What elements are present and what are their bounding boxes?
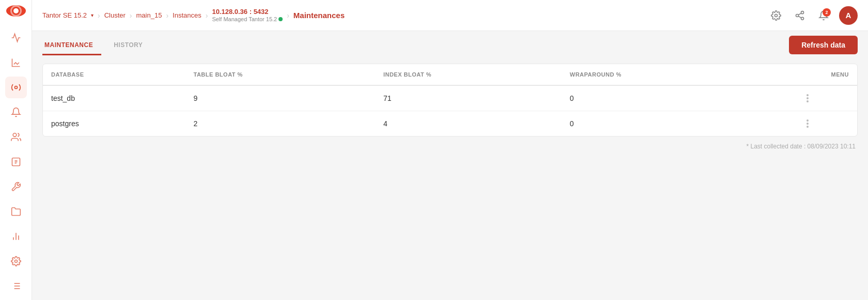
sidebar-item-alerts[interactable] (5, 101, 27, 123)
notifications-badge: 2 (823, 8, 831, 17)
header-actions: 2 A (768, 6, 858, 25)
sidebar-item-maintenance[interactable] (5, 77, 27, 98)
table-row: postgres 2 4 0 (43, 111, 857, 137)
main-content: Tantor SE 15.2 › Cluster › main_15 › Ins… (32, 0, 868, 300)
svg-point-6 (14, 260, 17, 263)
breadcrumb-main15[interactable]: main_15 (136, 11, 162, 19)
sidebar-item-tools[interactable] (5, 176, 27, 198)
breadcrumb-instance-block: 10.128.0.36 : 5432 Self Managed Tantor 1… (212, 8, 283, 23)
sidebar-item-settings[interactable] (5, 250, 27, 272)
cell-table-bloat-0: 9 (185, 85, 375, 111)
col-table-bloat: TABLE BLOAT % (185, 64, 375, 85)
svg-point-1 (13, 133, 17, 137)
header: Tantor SE 15.2 › Cluster › main_15 › Ins… (32, 0, 868, 31)
notifications-button[interactable]: 2 (815, 7, 832, 24)
breadcrumb-instance-name[interactable]: 10.128.0.36 : 5432 (212, 8, 283, 16)
svg-point-13 (775, 14, 778, 17)
cell-menu-1 (758, 111, 857, 137)
breadcrumb: Tantor SE 15.2 › Cluster › main_15 › Ins… (42, 8, 345, 23)
cell-menu-0 (758, 85, 857, 111)
breadcrumb-sep-3: › (166, 11, 168, 20)
refresh-data-button[interactable]: Refresh data (789, 36, 858, 54)
svg-line-18 (798, 13, 801, 14)
sidebar-item-activity[interactable] (5, 27, 27, 49)
tabs: MAINTENANCE HISTORY (42, 34, 161, 55)
cell-table-bloat-1: 2 (185, 111, 375, 137)
col-wraparound: WRAPAROUND % (562, 64, 758, 85)
footer-last-collected: * Last collected date : 08/09/2023 10:11 (42, 143, 858, 150)
logo-button[interactable] (6, 5, 26, 17)
sidebar-item-users[interactable] (5, 126, 27, 148)
maintenance-table: DATABASE TABLE BLOAT % INDEX BLOAT % WRA… (42, 64, 858, 137)
svg-point-16 (801, 17, 804, 20)
status-dot (278, 17, 283, 21)
cell-wraparound-0: 0 (562, 85, 758, 111)
sidebar-item-chart[interactable] (5, 226, 27, 247)
row-menu-button-1[interactable] (766, 119, 849, 128)
svg-point-15 (796, 14, 799, 17)
settings-button[interactable] (768, 7, 784, 24)
cell-wraparound-1: 0 (562, 111, 758, 137)
col-index-bloat: INDEX BLOAT % (375, 64, 562, 85)
tabs-bar: MAINTENANCE HISTORY Refresh data (42, 31, 858, 55)
svg-point-14 (801, 11, 804, 13)
breadcrumb-cluster[interactable]: Cluster (104, 11, 126, 19)
row-menu-button-0[interactable] (766, 94, 849, 102)
table-header-row: DATABASE TABLE BLOAT % INDEX BLOAT % WRA… (43, 64, 857, 85)
cell-index-bloat-0: 71 (375, 85, 562, 111)
svg-point-0 (14, 86, 17, 89)
sidebar-nav (0, 27, 32, 297)
breadcrumb-instances[interactable]: Instances (173, 11, 202, 19)
svg-line-17 (798, 16, 801, 18)
col-database: DATABASE (43, 64, 185, 85)
sidebar (0, 0, 32, 300)
tab-maintenance[interactable]: MAINTENANCE (42, 34, 101, 55)
share-button[interactable] (792, 7, 808, 24)
cell-database-0: test_db (43, 85, 185, 111)
breadcrumb-sep-4: › (206, 11, 208, 20)
breadcrumb-sep-5: › (287, 11, 289, 20)
sidebar-item-reports[interactable] (5, 151, 27, 173)
breadcrumb-instance-sub: Self Managed Tantor 15.2 (212, 16, 283, 23)
cell-database-1: postgres (43, 111, 185, 137)
col-menu: MENU (758, 64, 857, 85)
tab-history[interactable]: HISTORY (112, 34, 151, 55)
avatar[interactable]: A (839, 6, 858, 25)
sidebar-item-analytics[interactable] (5, 52, 27, 73)
cell-index-bloat-1: 4 (375, 111, 562, 137)
breadcrumb-sep-1: › (98, 11, 100, 20)
sidebar-item-folder[interactable] (5, 201, 27, 222)
sidebar-item-list[interactable] (5, 275, 27, 297)
page-content: MAINTENANCE HISTORY Refresh data DATABAS… (32, 31, 868, 300)
breadcrumb-tantor[interactable]: Tantor SE 15.2 (42, 11, 94, 19)
breadcrumb-current: Maintenances (293, 11, 345, 20)
table-row: test_db 9 71 0 (43, 85, 857, 111)
breadcrumb-sep-2: › (130, 11, 132, 20)
